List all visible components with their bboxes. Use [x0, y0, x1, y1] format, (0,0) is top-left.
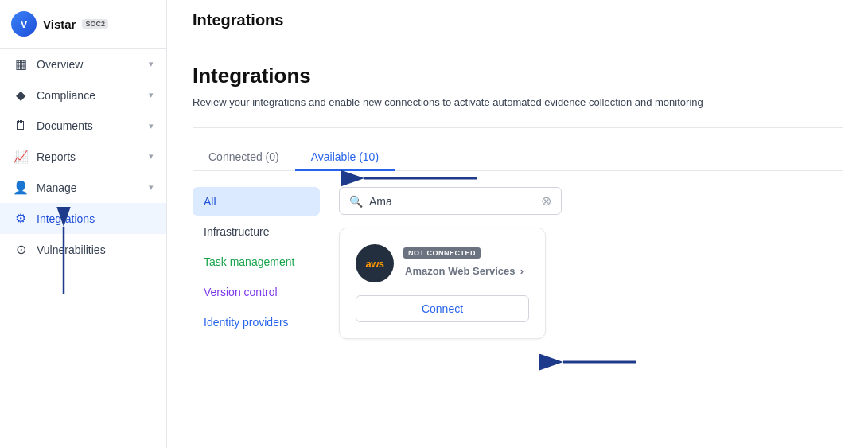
header-title: Integrations [193, 11, 843, 29]
card-title: Amazon Web Services › [403, 263, 529, 277]
filter-panel: All Infrastructure Task management Versi… [193, 187, 320, 339]
status-badge: NOT CONNECTED [403, 247, 481, 259]
aws-text: aws [365, 258, 383, 270]
sidebar-item-reports[interactable]: 📈 Reports ▾ [0, 141, 166, 172]
brand-name: Vistar [43, 18, 76, 31]
sidebar: V Vistar SOC2 ▦ Overview ▾ ◆ Compliance … [0, 0, 167, 448]
page-title: Integrations [193, 64, 843, 88]
card-header: aws NOT CONNECTED Amazon Web Services › [356, 244, 529, 282]
manage-icon: 👤 [13, 180, 29, 195]
sidebar-item-vulnerabilities[interactable]: ⊙ Vulnerabilities [0, 234, 166, 265]
page-subtitle: Review your integrations and enable new … [193, 96, 843, 108]
tab-connected[interactable]: Connected (0) [193, 144, 295, 171]
chevron-icon: ▾ [149, 121, 154, 131]
sidebar-item-compliance[interactable]: ◆ Compliance ▾ [0, 80, 166, 111]
vulnerabilities-icon: ⊙ [13, 242, 29, 257]
page-header: Integrations [167, 0, 868, 41]
logo-icon: V [11, 11, 37, 37]
filter-task-management[interactable]: Task management [193, 247, 320, 276]
tabs-bar: Connected (0) Available (10) [193, 144, 843, 171]
search-bar: 🔍 ⊗ [339, 187, 562, 215]
sidebar-item-label: Documents [37, 119, 93, 132]
reports-icon: 📈 [13, 149, 29, 164]
main-content: Integrations Integrations Review your in… [167, 0, 868, 448]
divider [193, 127, 843, 128]
chevron-icon: ▾ [149, 151, 154, 162]
integrations-icon: ⚙ [13, 211, 29, 226]
sidebar-item-manage[interactable]: 👤 Manage ▾ [0, 172, 166, 203]
cards-area: 🔍 ⊗ aws NOT CONNECTED [339, 187, 843, 339]
chevron-icon: ▾ [149, 59, 154, 69]
filter-version-control[interactable]: Version control [193, 278, 320, 306]
soc2-badge: SOC2 [82, 19, 108, 29]
sidebar-item-label: Manage [37, 181, 77, 194]
tab-available[interactable]: Available (10) [295, 144, 395, 171]
filter-identity-providers[interactable]: Identity providers [193, 308, 320, 337]
aws-logo: aws [356, 244, 394, 282]
card-info: NOT CONNECTED Amazon Web Services › [403, 244, 529, 277]
chevron-icon: ▾ [149, 90, 154, 100]
sidebar-item-label: Reports [37, 150, 76, 163]
filter-infrastructure[interactable]: Infrastructure [193, 217, 320, 246]
sidebar-item-integrations[interactable]: ⚙ Integrations [0, 203, 166, 234]
chevron-icon: ▾ [149, 182, 154, 193]
sidebar-nav: ▦ Overview ▾ ◆ Compliance ▾ 🗒 Documents … [0, 49, 166, 265]
aws-integration-card: aws NOT CONNECTED Amazon Web Services › … [339, 228, 546, 339]
sidebar-item-documents[interactable]: 🗒 Documents ▾ [0, 111, 166, 141]
sidebar-item-label: Compliance [37, 89, 95, 102]
card-arrow: › [520, 265, 524, 277]
clear-search-icon[interactable]: ⊗ [541, 193, 551, 208]
compliance-icon: ◆ [13, 88, 29, 103]
overview-icon: ▦ [13, 56, 29, 72]
filter-all[interactable]: All [193, 187, 320, 216]
search-input[interactable] [369, 195, 541, 208]
documents-icon: 🗒 [13, 119, 29, 133]
sidebar-item-label: Overview [37, 58, 83, 71]
sidebar-item-label: Vulnerabilities [37, 243, 106, 256]
connect-button[interactable]: Connect [356, 295, 529, 322]
content-layout: All Infrastructure Task management Versi… [193, 187, 843, 339]
sidebar-item-label: Integrations [37, 212, 95, 225]
logo-area: V Vistar SOC2 [0, 0, 166, 49]
main-body: Integrations Review your integrations an… [167, 41, 868, 448]
sidebar-item-overview[interactable]: ▦ Overview ▾ [0, 49, 166, 80]
search-icon: 🔍 [349, 195, 363, 208]
